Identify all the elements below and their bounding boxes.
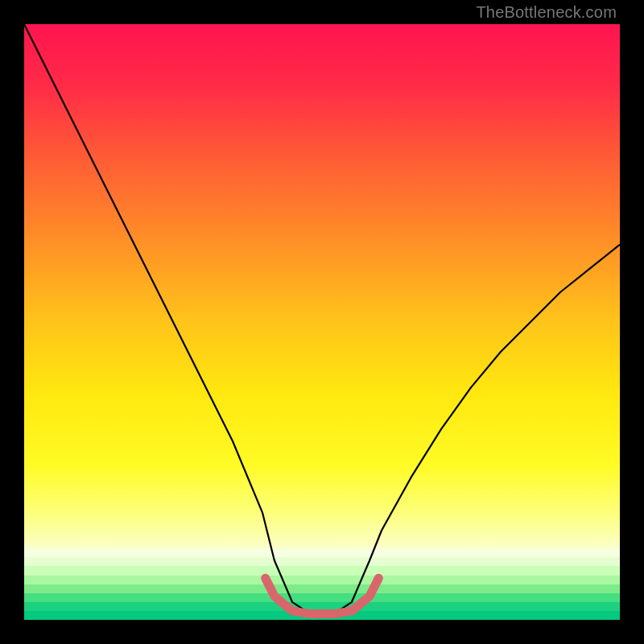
curve-layer bbox=[24, 24, 620, 620]
highlight-segment bbox=[266, 578, 379, 613]
bottleneck-curve bbox=[24, 24, 620, 614]
watermark-text: TheBottleneck.com bbox=[476, 3, 617, 22]
chart-frame: TheBottleneck.com bbox=[0, 0, 644, 644]
plot-area bbox=[24, 24, 620, 620]
